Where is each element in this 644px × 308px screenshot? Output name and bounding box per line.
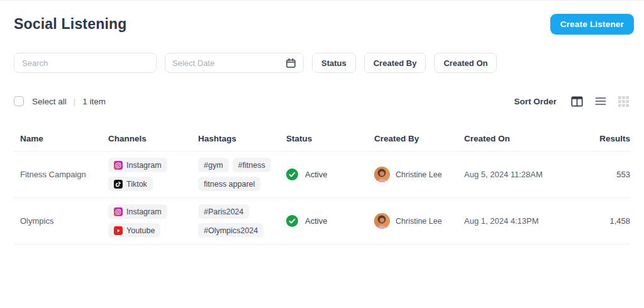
select-all-label: Select all	[32, 97, 67, 106]
instagram-icon	[114, 207, 123, 216]
tiktok-icon	[114, 180, 123, 189]
channel-label: Instagram	[126, 207, 162, 216]
select-all-checkbox[interactable]	[14, 96, 24, 106]
table-header-row: Name Channels Hashtags Status Created By…	[14, 126, 630, 151]
created-by-cell: Christine Lee	[374, 213, 464, 229]
created-by-cell: Christine Lee	[374, 167, 464, 182]
column-header-hashtags: Hashtags	[198, 134, 286, 143]
column-header-status: Status	[286, 134, 374, 143]
created-by-name: Christine Lee	[396, 217, 442, 226]
channels-cell: InstagramYoutube	[108, 204, 198, 238]
table-row[interactable]: Fitness Campaign InstagramTiktok #gym#fi…	[14, 151, 630, 198]
column-header-created-by: Created By	[374, 134, 464, 143]
column-header-name: Name	[20, 134, 108, 143]
hashtag-chip: fitness apparel	[198, 177, 260, 191]
table-body: Fitness Campaign InstagramTiktok #gym#fi…	[14, 151, 630, 245]
channel-label: Instagram	[126, 161, 162, 170]
created-on-cell: Aug 5, 2024 11:28AM	[464, 170, 574, 179]
hashtag-chip: #Paris2024	[198, 204, 249, 219]
created-by-filter-button[interactable]: Created By	[364, 53, 426, 73]
active-check-icon	[286, 215, 298, 227]
list-toolbar: Select all | 1 item Sort Order	[0, 92, 644, 110]
date-picker-field[interactable]: Select Date	[165, 53, 304, 73]
date-placeholder-text: Select Date	[172, 58, 214, 68]
hashtag-chip: #gym	[198, 158, 229, 172]
view-switcher	[571, 96, 629, 107]
created-on-filter-button[interactable]: Created On	[434, 53, 497, 73]
item-count: 1 item	[82, 97, 106, 106]
channel-chip-instagram: Instagram	[108, 204, 167, 219]
results-cell: 553	[574, 170, 630, 179]
hashtag-chip: #Olympics2024	[198, 223, 264, 238]
channel-label: Youtube	[126, 226, 155, 235]
listener-name: Olympics	[20, 216, 108, 226]
channels-cell: InstagramTiktok	[108, 158, 198, 191]
channel-chip-tiktok: Tiktok	[108, 177, 153, 191]
results-cell: 1,458	[574, 216, 630, 226]
column-header-results: Results	[574, 134, 630, 143]
search-input[interactable]	[14, 53, 156, 72]
table-row[interactable]: Olympics InstagramYoutube #Paris2024#Oly…	[14, 198, 630, 245]
column-header-created-on: Created On	[464, 134, 574, 143]
toolbar-divider: |	[74, 97, 75, 106]
search-field-wrap	[14, 53, 157, 73]
hashtag-chip: #fitness	[233, 158, 271, 172]
channel-label: Tiktok	[126, 180, 147, 189]
top-bar: Social Listening Create Listener	[0, 1, 644, 35]
page-title: Social Listening	[14, 16, 127, 33]
hashtags-cell: #gym#fitnessfitness apparel	[198, 158, 286, 191]
calendar-icon	[286, 58, 296, 69]
list-view-icon[interactable]	[595, 97, 606, 106]
hashtags-cell: #Paris2024#Olympics2024	[198, 204, 286, 238]
avatar	[374, 213, 390, 229]
columns-view-icon[interactable]	[571, 96, 583, 107]
status-badge: Active	[305, 170, 327, 179]
column-header-channels: Channels	[108, 134, 198, 143]
status-cell: Active	[286, 215, 374, 227]
status-badge: Active	[305, 216, 327, 226]
avatar	[374, 167, 390, 182]
channel-chip-instagram: Instagram	[108, 158, 167, 172]
create-listener-button[interactable]: Create Listener	[550, 14, 634, 35]
created-on-cell: Aug 1, 2024 4:13PM	[464, 216, 574, 226]
status-cell: Active	[286, 168, 374, 180]
social-listening-page: Social Listening Create Listener Select …	[0, 1, 644, 308]
listener-name: Fitness Campaign	[20, 170, 108, 179]
instagram-icon	[114, 161, 123, 170]
listeners-table: Name Channels Hashtags Status Created By…	[14, 126, 630, 245]
created-by-name: Christine Lee	[396, 170, 442, 179]
youtube-icon	[114, 226, 123, 235]
sort-order-button[interactable]: Sort Order	[514, 97, 557, 106]
status-filter-button[interactable]: Status	[312, 53, 356, 73]
active-check-icon	[286, 168, 298, 180]
filter-bar: Select Date Status Created By Created On	[0, 53, 644, 73]
grid-view-icon[interactable]	[618, 96, 629, 107]
channel-chip-youtube: Youtube	[108, 223, 160, 238]
